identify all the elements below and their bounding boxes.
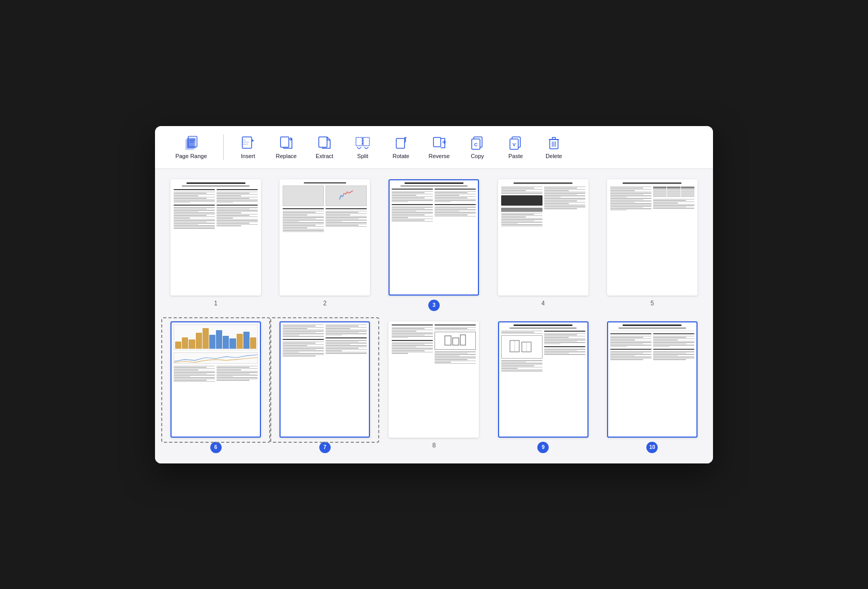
page-badge-10: 10	[646, 442, 658, 453]
page-number-8: 8	[432, 442, 436, 449]
paste-icon: V	[508, 135, 523, 151]
page-number-5: 5	[650, 300, 654, 307]
toolbar-insert[interactable]: Insert	[230, 131, 266, 163]
extract-icon	[317, 135, 332, 151]
page-range-label: Page Range	[175, 153, 207, 159]
page-number-2: 2	[323, 300, 327, 307]
replace-icon	[278, 135, 294, 151]
page-thumb-9[interactable]	[498, 321, 588, 438]
page-number-1: 1	[214, 300, 218, 307]
toolbar-delete[interactable]: Delete	[536, 131, 572, 163]
paste-label: Paste	[508, 153, 523, 159]
toolbar-split[interactable]: Split	[345, 131, 381, 163]
extract-label: Extract	[316, 153, 333, 159]
page-thumb-4[interactable]	[498, 179, 588, 296]
page-item-8[interactable]: 8	[383, 321, 484, 453]
page-thumb-3[interactable]	[389, 179, 479, 296]
toolbar-reverse[interactable]: Reverse	[421, 131, 457, 163]
toolbar-divider	[223, 134, 224, 160]
page-item-1[interactable]: 1	[165, 179, 266, 311]
svg-rect-15	[433, 137, 441, 147]
page-thumb-5[interactable]	[607, 179, 698, 296]
split-label: Split	[357, 153, 368, 159]
page-badge-7: 7	[319, 442, 331, 453]
svg-line-33	[347, 192, 349, 193]
page-item-9[interactable]: 9	[493, 321, 594, 453]
page-item-5[interactable]: 5	[602, 179, 703, 311]
svg-rect-11	[356, 137, 362, 146]
toolbar-paste[interactable]: V Paste	[498, 131, 534, 163]
svg-rect-36	[453, 338, 459, 345]
page-item-6[interactable]: 6	[165, 321, 266, 453]
app-window: Page Range Insert	[155, 126, 713, 463]
page-item-2[interactable]: 2	[274, 179, 375, 311]
svg-rect-10	[319, 137, 327, 147]
svg-text:C: C	[474, 142, 478, 147]
rotate-icon	[393, 135, 409, 151]
toolbar-copy[interactable]: C Copy	[459, 131, 495, 163]
toolbar-replace[interactable]: Replace	[268, 131, 304, 163]
page-item-7[interactable]: 7	[274, 321, 375, 453]
insert-label: Insert	[241, 153, 255, 159]
reverse-icon	[431, 135, 447, 151]
page-item-4[interactable]: 4	[493, 179, 594, 311]
toolbar: Page Range Insert	[155, 126, 713, 169]
delete-icon	[546, 135, 562, 151]
svg-rect-35	[445, 336, 451, 345]
insert-icon	[240, 135, 256, 151]
page-item-3[interactable]: 3	[383, 179, 484, 311]
svg-line-34	[349, 191, 353, 193]
page-thumb-1[interactable]	[171, 179, 261, 296]
copy-icon: C	[470, 135, 485, 151]
page-number-4: 4	[541, 300, 545, 307]
svg-line-32	[346, 192, 347, 194]
page-thumb-6[interactable]	[171, 321, 261, 438]
svg-rect-14	[396, 138, 405, 148]
replace-label: Replace	[276, 153, 297, 159]
svg-rect-9	[281, 137, 289, 147]
split-icon	[355, 135, 370, 151]
rotate-label: Rotate	[393, 153, 409, 159]
svg-rect-24	[552, 137, 555, 140]
copy-label: Copy	[471, 153, 484, 159]
page-badge-9: 9	[537, 442, 549, 453]
svg-rect-12	[363, 137, 369, 146]
pages-grid: 1	[155, 169, 713, 463]
svg-rect-6	[242, 137, 252, 148]
toolbar-extract[interactable]: Extract	[306, 131, 343, 163]
svg-rect-37	[460, 335, 466, 345]
svg-line-28	[339, 195, 341, 199]
svg-text:V: V	[513, 142, 516, 147]
toolbar-rotate[interactable]: Rotate	[383, 131, 419, 163]
svg-line-30	[343, 193, 344, 197]
page-thumb-7[interactable]	[280, 321, 370, 438]
page-range-icon	[183, 135, 199, 151]
delete-label: Delete	[546, 153, 562, 159]
page-thumb-10[interactable]	[607, 321, 698, 438]
page-badge-6: 6	[210, 442, 222, 453]
page-thumb-8[interactable]	[389, 321, 479, 438]
toolbar-page-range[interactable]: Page Range	[165, 131, 217, 163]
reverse-label: Reverse	[429, 153, 450, 159]
page-item-10[interactable]: 10	[602, 321, 703, 453]
page-badge-3: 3	[428, 300, 440, 311]
page-thumb-2[interactable]	[280, 179, 370, 296]
